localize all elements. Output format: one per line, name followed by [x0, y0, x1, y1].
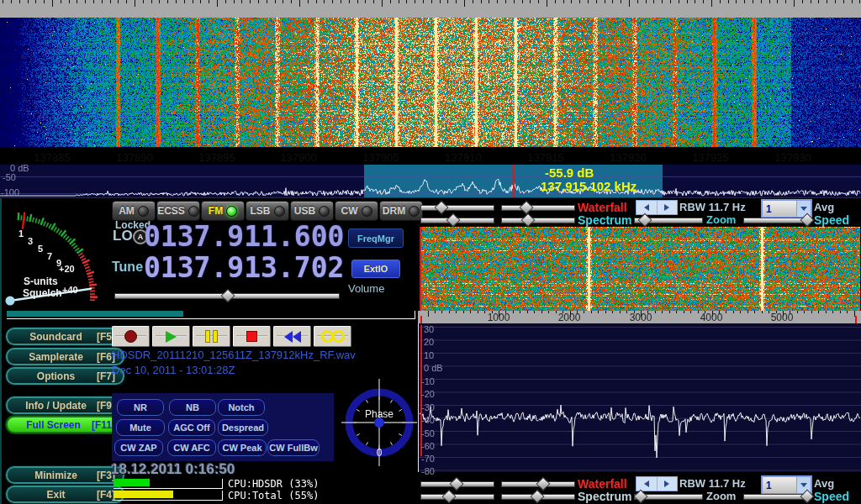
spec-contrast-slider-top[interactable] [420, 214, 494, 225]
smeter-tick-label: 7 [47, 251, 52, 261]
zoom-label-top: Zoom [706, 213, 736, 226]
minimize-button[interactable]: Minimize[F3] [6, 466, 124, 484]
loop-button[interactable] [314, 326, 351, 347]
nb-button[interactable]: NB [169, 399, 216, 416]
main-waterfall-display[interactable] [0, 0, 861, 147]
spec-db-label: 20 [424, 337, 434, 347]
spec-db-label: -60 [421, 441, 435, 451]
volume-label: Volume [348, 282, 384, 295]
frequency-ruler-ticks [0, 0, 861, 18]
pause-button[interactable] [193, 326, 230, 347]
stop-button[interactable] [233, 326, 271, 347]
mode-usb-button[interactable]: USB [290, 201, 334, 221]
soundcard-button[interactable]: Soundcard[F5] [6, 328, 124, 345]
cw-afc-button[interactable]: CW AFC [167, 439, 216, 456]
spec-brightness-slider-top[interactable] [501, 214, 575, 225]
cw-fullbw-button[interactable]: CW FullBw [267, 439, 320, 456]
wf-contrast-slider-bottom[interactable] [420, 478, 494, 489]
loop-icon [321, 330, 345, 343]
spectrum-tab-bottom[interactable]: Spectrum [578, 490, 632, 503]
frequency-ruler[interactable]: 137885 137890 137895 137900 137905 13791… [0, 0, 861, 18]
spec-db-label: -80 [421, 466, 435, 476]
volume-slider[interactable] [114, 290, 340, 301]
scroll-left-icon[interactable] [637, 477, 657, 491]
band-scroll-control-top[interactable] [636, 200, 678, 215]
mode-am-button[interactable]: AM [112, 201, 156, 221]
af-tick-label: 2000 [558, 312, 581, 323]
spectrum-tab-top[interactable]: Spectrum [578, 213, 632, 227]
freqmgr-button[interactable]: FreqMgr [348, 228, 404, 248]
spec-db-label: -10 [421, 376, 435, 386]
band-scroll-control-bottom[interactable] [636, 476, 678, 491]
speed-slider-top[interactable] [743, 214, 811, 225]
cpu-hdsdr-fill [114, 479, 150, 486]
rewind-button[interactable] [273, 326, 311, 347]
cw-zap-button[interactable]: CW ZAP [114, 439, 163, 456]
mode-fm-button[interactable]: FM [201, 201, 245, 221]
scroll-right-icon[interactable] [657, 477, 678, 491]
mode-drm-button[interactable]: DRM [379, 201, 423, 221]
spec-contrast-slider-bottom[interactable] [420, 491, 494, 501]
wf-brightness-slider-bottom[interactable] [501, 478, 575, 489]
mode-cw-button[interactable]: CW [335, 201, 378, 221]
zoom-slider-top[interactable] [634, 214, 703, 225]
scroll-left-icon[interactable] [637, 201, 657, 214]
speed-slider-bottom[interactable] [743, 491, 811, 501]
fullscreen-button[interactable]: Full Screen[F11] [6, 416, 124, 433]
nr-button[interactable]: NR [117, 399, 164, 416]
cpu-hdsdr-bar [114, 479, 223, 489]
agc-button[interactable]: AGC Off [168, 419, 215, 436]
zoom-label-bottom: Zoom [706, 490, 736, 502]
samplerate-button[interactable]: Samplerate[F6] [6, 348, 124, 365]
level-bar[interactable] [7, 311, 415, 319]
speed-label-bottom: Speed [814, 490, 849, 503]
wf-contrast-slider-top[interactable] [420, 202, 494, 213]
notch-button[interactable]: Notch [218, 399, 265, 416]
cpu-total-label: CPU:Total (55%) [228, 490, 319, 501]
freq-tick-label: 137885 [34, 151, 70, 164]
af-tick-label: 1000 [488, 312, 510, 323]
phase-label: Phase [365, 408, 394, 420]
smeter-units-label: S-units [24, 276, 58, 287]
mode-button-row: AM ECSS FM LSB USB CW DRM [112, 201, 423, 221]
wf-brightness-slider-top[interactable] [501, 202, 575, 213]
play-button[interactable] [152, 326, 190, 347]
lsb-led-icon [274, 206, 285, 217]
waterfall-tab-top[interactable]: Waterfall [578, 201, 627, 214]
options-button[interactable]: Options[F7] [6, 367, 124, 385]
af-tick-label: 4000 [700, 312, 723, 323]
spec-db-label: -50 [421, 428, 435, 438]
mode-lsb-button[interactable]: LSB [246, 201, 289, 221]
record-button[interactable] [112, 326, 150, 347]
extio-button[interactable]: ExtIO [351, 260, 400, 278]
avg-label-top: Avg [814, 201, 834, 213]
zoomed-spectrum-display[interactable] [418, 323, 861, 472]
exit-button[interactable]: Exit[F4] [6, 486, 124, 503]
waterfall-tab-bottom[interactable]: Waterfall [578, 477, 627, 491]
info-update-button[interactable]: Info / Update[F9] [6, 396, 124, 414]
avg-label-bottom: Avg [814, 477, 834, 490]
mute-button[interactable]: Mute [116, 419, 165, 436]
scroll-right-icon[interactable] [657, 201, 678, 214]
spec-brightness-slider-bottom[interactable] [501, 491, 575, 501]
overview-spectrum-strip[interactable] [0, 165, 861, 198]
volume-slider-thumb[interactable] [220, 289, 235, 303]
smeter-tick-label: +40 [62, 285, 78, 295]
stop-icon [246, 331, 257, 342]
tune-label: Tune [112, 260, 143, 275]
af-tick-label: 3000 [630, 312, 652, 323]
strip-db-label: -50 [3, 172, 16, 182]
spec-db-label: -40 [421, 415, 435, 425]
tune-frequency-display[interactable]: 0137.913.702 [144, 254, 344, 281]
am-led-icon [138, 206, 149, 217]
zoomed-waterfall-display[interactable] [420, 227, 860, 311]
zoom-slider-bottom[interactable] [634, 491, 703, 501]
spec-db-label: 0 dB [424, 363, 443, 373]
despread-button[interactable]: Despread [218, 419, 268, 436]
lo-label: LO [113, 228, 133, 244]
play-icon [166, 331, 177, 343]
rbw-label-top: RBW 11.7 Hz [679, 201, 746, 213]
cw-peak-button[interactable]: CW Peak [218, 439, 267, 456]
lo-frequency-display[interactable]: 0137.911.600 [144, 223, 344, 250]
mode-ecss-button[interactable]: ECSS [156, 201, 200, 221]
